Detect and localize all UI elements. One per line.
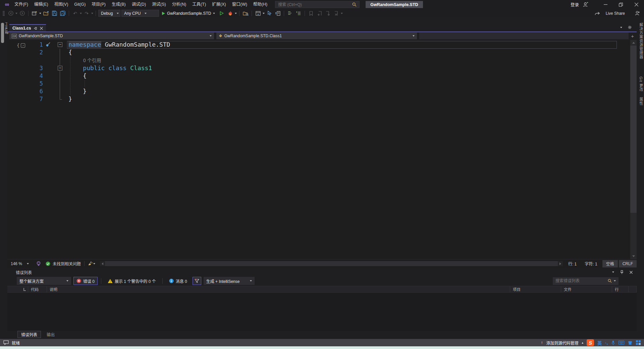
uncomment-lines-button[interactable]: [295, 10, 302, 17]
close-tab-icon[interactable]: [40, 27, 43, 30]
scroll-up-arrow[interactable]: [630, 40, 637, 46]
menu-item-0[interactable]: 文件(F): [11, 0, 31, 9]
code-cleanup-dropdown-icon[interactable]: [93, 263, 95, 264]
sign-in-user-icon[interactable]: [582, 2, 588, 7]
vertical-scrollbar[interactable]: [630, 40, 637, 259]
menu-item-5[interactable]: 生成(B): [109, 0, 129, 9]
menu-item-8[interactable]: 分析(N): [169, 0, 189, 9]
navigate-back-dropdown-icon[interactable]: [15, 13, 17, 14]
column-header-project[interactable]: 项目: [510, 286, 561, 292]
warnings-filter-button[interactable]: 展示 1 个警告中的 0 个: [105, 277, 159, 285]
code-line-5[interactable]: 5: [7, 80, 630, 87]
new-project-dropdown-icon[interactable]: [39, 13, 41, 14]
dock-tab-git-changes[interactable]: Git 更改: [638, 77, 644, 92]
menu-item-9[interactable]: 工具(T): [189, 0, 209, 9]
comment-lines-button[interactable]: [286, 10, 294, 17]
start-debugging-dropdown-icon[interactable]: [213, 13, 215, 14]
codelens-references-link[interactable]: 0 个引用: [7, 57, 101, 63]
microphone-icon[interactable]: [611, 340, 615, 345]
dock-tab-solution-explorer[interactable]: 解决方案资源管理器: [638, 23, 644, 59]
pin-icon[interactable]: [34, 27, 37, 30]
document-health-indicator[interactable]: 未找到相关问题: [46, 261, 81, 266]
code-line-7[interactable]: 7}: [7, 95, 630, 103]
column-header-code[interactable]: 代码: [28, 286, 47, 292]
menu-item-1[interactable]: 编辑(E): [31, 0, 51, 9]
menu-item-10[interactable]: 扩展(X): [209, 0, 229, 9]
column-header-file[interactable]: 文件: [561, 286, 612, 292]
document-well-options-gear-icon[interactable]: [628, 25, 632, 30]
find-in-files-button[interactable]: [242, 10, 249, 17]
column-header-description[interactable]: 说明: [47, 286, 510, 292]
send-feedback-icon[interactable]: [635, 11, 641, 16]
hot-reload-dropdown-icon[interactable]: [235, 13, 237, 14]
errors-filter-button[interactable]: 错误 0: [73, 277, 98, 285]
navigate-back-button[interactable]: [7, 10, 14, 17]
document-tab-class1[interactable]: Class1.cs: [9, 24, 46, 32]
code-line-1[interactable]: {↗1−namespace GwRandomSample.STD: [7, 41, 630, 48]
dock-tab-properties[interactable]: 属性: [638, 97, 644, 105]
quick-search-input[interactable]: [278, 2, 352, 7]
start-without-debugging-button[interactable]: [218, 10, 225, 17]
start-debugging-button[interactable]: GwRandomSample.STD: [160, 11, 217, 16]
column-header-line[interactable]: 行: [612, 286, 629, 292]
active-files-dropdown-icon[interactable]: [620, 27, 622, 28]
messages-filter-button[interactable]: 消息 0: [166, 277, 190, 285]
search-options-dropdown-icon[interactable]: [614, 280, 616, 282]
sign-in-button[interactable]: 登录: [571, 1, 579, 8]
scope-filter-combo[interactable]: 整个解决方案: [17, 277, 71, 285]
quick-actions-screwdriver-icon[interactable]: [46, 42, 51, 47]
ime-skin-icon[interactable]: [628, 341, 633, 345]
error-list-search-box[interactable]: [553, 277, 619, 285]
feedback-bubble-icon[interactable]: [3, 340, 9, 345]
type-dropdown[interactable]: ❖ GwRandomSample.STD.Class1: [216, 33, 417, 39]
menu-item-11[interactable]: 窗口(W): [229, 0, 250, 9]
undo-dropdown-icon[interactable]: [80, 13, 82, 14]
scroll-left-arrow[interactable]: [100, 261, 105, 266]
sogou-ime-icon[interactable]: S: [587, 339, 594, 346]
error-list-content[interactable]: [7, 293, 637, 331]
spaces-indicator[interactable]: 空格: [602, 260, 618, 267]
solution-explorer-button[interactable]: [254, 10, 262, 17]
undo-button[interactable]: ↶: [71, 10, 79, 17]
fold-toggle[interactable]: −: [58, 66, 62, 70]
minimize-button[interactable]: [598, 0, 613, 9]
code-line-2[interactable]: 2{: [7, 48, 630, 56]
horizontal-scrollbar-thumb[interactable]: [105, 261, 558, 266]
panel-tab-error-list[interactable]: 错误列表: [17, 331, 41, 338]
expand-up-icon[interactable]: ▴: [582, 341, 584, 344]
save-all-button[interactable]: [59, 10, 66, 17]
member-dropdown[interactable]: [419, 33, 629, 39]
select-cursor-button[interactable]: [266, 10, 273, 17]
soft-keyboard-icon[interactable]: [619, 341, 624, 345]
open-folder-button[interactable]: [42, 10, 50, 17]
solution-explorer-dropdown-icon[interactable]: [263, 13, 265, 14]
redo-dropdown-icon[interactable]: [91, 13, 93, 14]
live-share-button[interactable]: Live Share: [606, 11, 625, 16]
quick-search-box[interactable]: [275, 1, 360, 8]
code-cleanup-broom-icon[interactable]: [88, 261, 93, 266]
new-project-button[interactable]: [31, 10, 38, 17]
ime-language-toggle[interactable]: 英: [597, 340, 602, 346]
ime-toolbox-icon[interactable]: [636, 340, 641, 345]
toolbar-overflow-icon[interactable]: [341, 13, 343, 14]
solution-configuration-combo[interactable]: Debug: [98, 10, 120, 17]
add-view-icon[interactable]: +: [631, 34, 634, 39]
panel-pin-icon[interactable]: [620, 270, 624, 274]
vertical-scrollbar-thumb[interactable]: [630, 46, 637, 213]
scroll-down-arrow[interactable]: [630, 253, 637, 259]
zoom-level-combo[interactable]: 146 %: [11, 261, 36, 266]
menu-item-6[interactable]: 调试(D): [129, 0, 149, 9]
filter-button[interactable]: [193, 277, 201, 285]
hot-reload-button[interactable]: [226, 10, 234, 17]
panel-close-icon[interactable]: [630, 271, 633, 274]
code-line-6[interactable]: 6 }: [7, 87, 630, 95]
line-ending-indicator[interactable]: CRLF: [619, 260, 637, 267]
code-line-4[interactable]: 4 {: [7, 72, 630, 80]
ime-punctuation-toggle[interactable]: ·,: [605, 340, 608, 345]
panel-tab-output[interactable]: 输出: [43, 331, 58, 338]
fold-toggle[interactable]: −: [58, 42, 62, 47]
project-dropdown[interactable]: C# GwRandomSample.STD: [9, 33, 214, 39]
intellicode-icon[interactable]: [36, 261, 41, 266]
menu-item-12[interactable]: 帮助(H): [250, 0, 270, 9]
previous-bookmark-button[interactable]: [316, 10, 323, 17]
